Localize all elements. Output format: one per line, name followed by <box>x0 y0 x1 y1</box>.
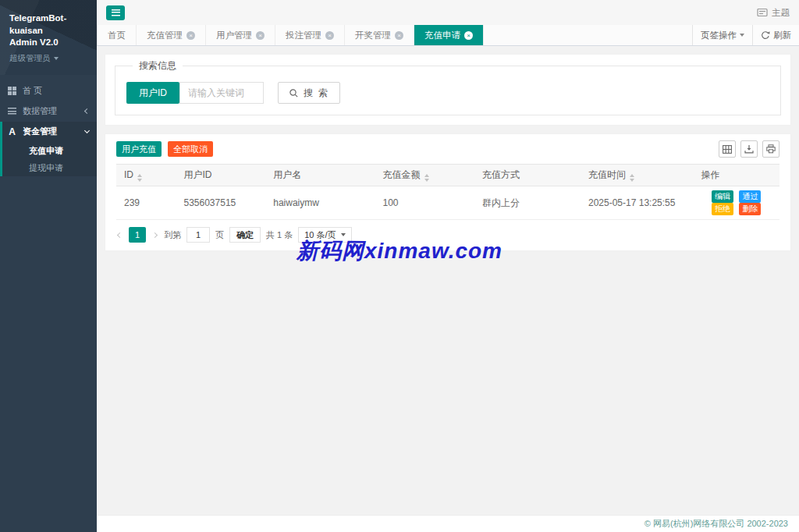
column-header-actions: 操作 <box>694 165 780 186</box>
tab-bet-management[interactable]: 投注管理 × <box>275 25 345 45</box>
cell-amount: 100 <box>375 186 475 220</box>
jump-confirm-button[interactable]: 确定 <box>229 227 261 243</box>
prev-page-button[interactable] <box>116 233 123 237</box>
user-role-label: 超级管理员 <box>9 53 51 64</box>
page-jump-input[interactable] <box>186 227 210 243</box>
refresh-button[interactable]: 刷新 <box>752 25 799 45</box>
app-title: TelegramBot-kuaisan Admin V2.0 <box>9 12 87 49</box>
next-page-button[interactable] <box>151 233 158 237</box>
search-button-label: 搜 索 <box>304 87 329 100</box>
chevron-down-icon <box>341 233 346 236</box>
print-icon <box>766 144 776 154</box>
theme-icon <box>757 8 768 17</box>
filter-columns-icon <box>723 145 732 154</box>
close-icon[interactable]: × <box>186 31 195 40</box>
tab-recharge-request[interactable]: 充值申请 × <box>414 25 484 45</box>
sidebar-item-recharge-request[interactable]: 充值申请 <box>2 142 97 159</box>
sidebar-item-label: 数据管理 <box>23 105 79 117</box>
sort-icon[interactable] <box>137 174 142 182</box>
sidebar-toggle-button[interactable] <box>106 5 125 20</box>
cell-time: 2025-05-17 13:25:55 <box>581 186 694 220</box>
theme-button[interactable]: 主题 <box>757 7 790 19</box>
close-icon[interactable]: × <box>325 31 334 40</box>
table-card: 用户充值 全部取消 <box>105 133 791 251</box>
user-recharge-button[interactable]: 用户充值 <box>116 141 162 157</box>
current-page-button[interactable]: 1 <box>129 227 146 243</box>
close-icon[interactable]: × <box>395 31 403 40</box>
recharge-requests-table: ID 用户ID 用户名 充值金额 充值方式 充值时间 操作 239 535603 <box>116 164 779 220</box>
sidebar-item-label: 首 页 <box>23 85 89 97</box>
column-header-time[interactable]: 充值时间 <box>581 165 694 186</box>
tab-label: 充值申请 <box>424 30 460 41</box>
table-toolbar: 用户充值 全部取消 <box>116 140 779 158</box>
tab-label: 投注管理 <box>286 30 321 41</box>
chevron-down-icon <box>54 57 59 60</box>
reject-button[interactable]: 拒绝 <box>712 203 733 215</box>
search-button[interactable]: 搜 索 <box>278 82 340 104</box>
print-button[interactable] <box>762 140 779 158</box>
tab-user-management[interactable]: 用户管理 × <box>206 25 275 45</box>
table-tools <box>719 140 779 158</box>
sidebar: TelegramBot-kuaisan Admin V2.0 超级管理员 首 页… <box>0 0 97 532</box>
sort-icon[interactable] <box>630 174 634 182</box>
tab-recharge-management[interactable]: 充值管理 × <box>137 25 206 45</box>
app-title-line1: TelegramBot-kuaisan <box>9 12 87 37</box>
close-icon[interactable]: × <box>256 31 265 40</box>
sidebar-menu: 首 页 数据管理 A 资金管理 充值申请 提现申请 <box>0 81 97 176</box>
tabbar-controls: 页签操作 刷新 <box>692 25 799 45</box>
home-grid-icon <box>8 87 16 95</box>
tab-label: 充值管理 <box>147 30 183 41</box>
tab-home[interactable]: 首页 <box>97 25 137 45</box>
column-header-id[interactable]: ID <box>116 165 176 186</box>
open-tabs: 首页 充值管理 × 用户管理 × 投注管理 × 开奖管理 × <box>97 25 484 45</box>
search-row: 用户ID 搜 索 <box>126 82 769 104</box>
page-size-label: 10 条/页 <box>304 229 336 241</box>
fund-icon: A <box>8 126 16 137</box>
sort-icon[interactable] <box>424 174 429 182</box>
close-icon[interactable]: × <box>464 31 473 40</box>
content-area: 搜索信息 用户ID 搜 索 <box>97 46 799 515</box>
sidebar-item-home[interactable]: 首 页 <box>0 81 97 101</box>
list-icon <box>8 108 16 115</box>
cell-id: 239 <box>116 186 176 220</box>
search-input[interactable] <box>179 82 264 104</box>
table-row: 239 5356037515 haiwaiymw 100 群内上分 2025-0… <box>116 186 779 220</box>
sidebar-item-label: 资金管理 <box>23 126 79 137</box>
cell-method: 群内上分 <box>474 186 581 220</box>
delete-button[interactable]: 删除 <box>739 203 761 215</box>
tab-label: 用户管理 <box>216 30 252 41</box>
column-header-amount[interactable]: 充值金额 <box>375 165 475 186</box>
refresh-label: 刷新 <box>773 30 791 41</box>
column-header-user-id: 用户ID <box>176 165 266 186</box>
tabbar: 首页 充值管理 × 用户管理 × 投注管理 × 开奖管理 × <box>97 25 799 46</box>
sidebar-item-fund-management[interactable]: A 资金管理 <box>2 122 97 142</box>
main-column: 主题 首页 充值管理 × 用户管理 × 投注管理 × <box>97 0 799 532</box>
user-role-dropdown[interactable]: 超级管理员 <box>9 53 87 64</box>
cell-username: haiwaiymw <box>265 186 375 220</box>
edit-button[interactable]: 编辑 <box>712 190 733 203</box>
jump-prefix-label: 到第 <box>164 229 181 241</box>
chevron-left-icon <box>84 108 90 114</box>
page-size-select[interactable]: 10 条/页 <box>298 227 351 243</box>
filter-columns-button[interactable] <box>719 140 736 158</box>
export-icon <box>744 144 754 154</box>
export-button[interactable] <box>740 140 758 158</box>
hamburger-icon <box>112 9 120 16</box>
search-icon <box>289 88 299 98</box>
cell-user-id: 5356037515 <box>176 186 266 220</box>
theme-label: 主题 <box>772 7 790 19</box>
tab-actions-label: 页签操作 <box>701 30 737 41</box>
tab-lottery-management[interactable]: 开奖管理 × <box>345 25 414 45</box>
search-field-type-button[interactable]: 用户ID <box>126 82 179 104</box>
refresh-icon <box>761 30 770 40</box>
column-header-method: 充值方式 <box>474 165 581 186</box>
tab-actions-dropdown[interactable]: 页签操作 <box>692 25 752 45</box>
table-header-row: ID 用户ID 用户名 充值金额 充值方式 充值时间 操作 <box>116 165 779 186</box>
sidebar-item-withdraw-request[interactable]: 提现申请 <box>2 159 97 176</box>
approve-button[interactable]: 通过 <box>739 190 761 203</box>
search-fieldset: 搜索信息 用户ID 搜 索 <box>115 59 781 115</box>
fund-submenu: 充值申请 提现申请 <box>2 142 97 176</box>
cancel-all-button[interactable]: 全部取消 <box>168 141 213 157</box>
tab-label: 首页 <box>108 30 126 41</box>
sidebar-item-data-management[interactable]: 数据管理 <box>0 101 97 122</box>
